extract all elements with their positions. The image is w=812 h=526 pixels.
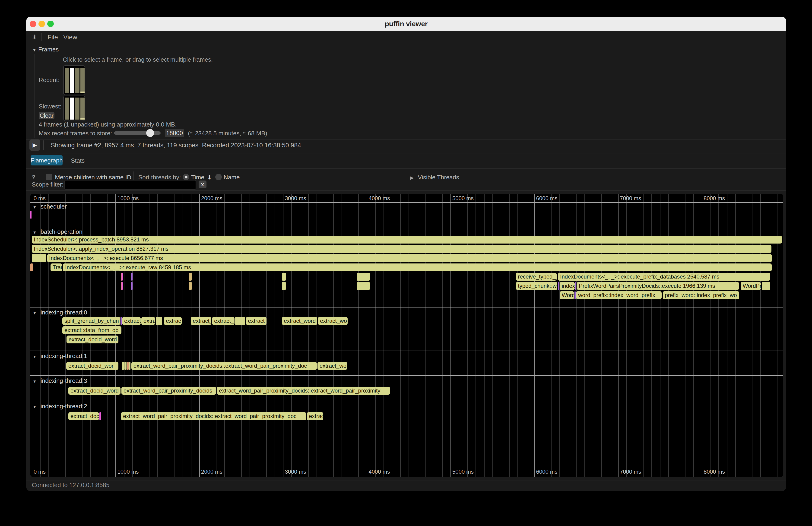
scope-bar[interactable]: IndexScheduler>::apply_index_operation 8… xyxy=(32,245,771,253)
help-button[interactable]: ? xyxy=(32,174,35,181)
thread-header-scheduler[interactable]: ▼ scheduler xyxy=(33,203,67,210)
scope-bar[interactable] xyxy=(127,362,129,370)
scope-bar[interactable]: extract_ xyxy=(212,317,234,325)
frame-bar[interactable] xyxy=(75,68,79,93)
scope-bar[interactable]: extract xyxy=(246,317,266,325)
frame-bar[interactable] xyxy=(81,68,85,93)
scope-bar[interactable]: extract_doc xyxy=(68,412,99,420)
scope-bar[interactable]: prefix_word::index_prefix_wo xyxy=(663,291,739,299)
scope-bar[interactable]: receive_typed_ xyxy=(516,273,556,281)
scope-filter-input[interactable] xyxy=(64,180,196,190)
max-frames-value[interactable]: 18000 xyxy=(165,129,184,137)
scope-bar[interactable]: extract xyxy=(122,317,141,325)
scope-bar[interactable]: IndexScheduler>::process_batch 8953.821 … xyxy=(32,236,782,244)
scope-bar[interactable]: IndexDocuments<_, _>::execute_raw 8459.1… xyxy=(63,263,772,271)
scope-bar[interactable]: WordPr xyxy=(741,282,761,290)
scope-bar[interactable] xyxy=(99,412,101,420)
scope-bar[interactable] xyxy=(125,362,127,370)
frame-bar[interactable] xyxy=(65,98,69,120)
flamegraph-canvas[interactable]: 0 ms0 ms1000 ms1000 ms2000 ms2000 ms3000… xyxy=(30,194,783,477)
frame-status: Showing frame #2, 8957.4 ms, 7 threads, … xyxy=(51,142,303,149)
merge-children-checkbox[interactable] xyxy=(46,174,53,180)
visible-threads-header[interactable]: Visible Threads xyxy=(418,174,459,181)
chevron-right-icon[interactable]: ▶ xyxy=(410,175,414,180)
play-button[interactable]: ▶ xyxy=(29,140,40,151)
scope-bar[interactable] xyxy=(189,273,192,281)
clear-frames-button[interactable]: Clear xyxy=(39,112,55,119)
app-window: puffin viewer ✳ File View ▼ Frames Click… xyxy=(26,17,786,491)
scope-bar[interactable] xyxy=(131,273,133,281)
frame-bar-selected[interactable] xyxy=(70,68,74,93)
sort-direction-icon[interactable]: ⬇ xyxy=(207,174,212,181)
recent-label: Recent: xyxy=(39,76,60,84)
theme-toggle-icon[interactable]: ✳ xyxy=(32,31,37,43)
scope-bar[interactable]: extract_wo xyxy=(318,317,348,325)
sort-time-radio[interactable] xyxy=(183,174,189,180)
scope-bar[interactable] xyxy=(122,362,124,370)
scope-bar[interactable] xyxy=(282,282,286,290)
scope-bar[interactable] xyxy=(189,282,192,290)
thread-header-indexing-thread:1[interactable]: ▼ indexing-thread:1 xyxy=(33,352,87,360)
scope-bar[interactable] xyxy=(762,282,770,290)
scope-bar[interactable] xyxy=(575,291,576,299)
scope-bar[interactable]: typed_chunk::w xyxy=(516,282,557,290)
scope-bar[interactable]: extrac xyxy=(164,317,182,325)
frames-section-header[interactable]: ▼ Frames xyxy=(32,46,59,53)
scope-bar[interactable]: Trans xyxy=(50,263,62,271)
scope-bar[interactable] xyxy=(30,263,33,271)
scope-bar[interactable] xyxy=(558,282,559,290)
scope-bar[interactable] xyxy=(235,317,245,325)
thread-header-indexing-thread:2[interactable]: ▼ indexing-thread:2 xyxy=(33,403,87,410)
scope-bar[interactable] xyxy=(575,282,576,290)
clear-filter-button[interactable]: x xyxy=(199,180,206,188)
scope-bar[interactable]: PrefixWordPairsProximityDocids::execute … xyxy=(577,282,739,290)
scope-bar[interactable] xyxy=(122,273,123,281)
scope-bar[interactable]: extract_docid_word xyxy=(67,336,118,344)
scope-bar[interactable] xyxy=(30,211,31,219)
menu-file[interactable]: File xyxy=(47,31,58,43)
scope-bar[interactable]: extrac xyxy=(307,412,323,420)
scope-bar[interactable]: extract_word_pair_proximity_docids::extr… xyxy=(121,412,306,420)
frame-bar[interactable] xyxy=(81,98,85,120)
scope-bar[interactable]: split_grenad_by_chun xyxy=(62,317,120,325)
scope-bar[interactable]: index xyxy=(560,282,575,290)
scope-bar[interactable] xyxy=(357,273,369,281)
scope-bar[interactable]: Word xyxy=(560,291,574,299)
frame-bar[interactable] xyxy=(75,98,79,120)
slowest-frames-thumbnail[interactable] xyxy=(63,96,85,121)
scope-bar[interactable]: IndexDocuments<_, _>::execute 8656.677 m… xyxy=(47,254,772,262)
scope-bar[interactable]: extract_docid_word xyxy=(68,387,120,395)
slider-knob[interactable] xyxy=(146,129,154,137)
scope-bar[interactable]: extract_word_pair_proximity_docids::extr… xyxy=(131,362,317,370)
scope-bar[interactable]: extract_word xyxy=(282,317,317,325)
scope-bar[interactable]: word_prefix::index_word_prefix_ xyxy=(576,291,662,299)
tick-label-top: 3000 ms xyxy=(285,195,306,202)
frame-bar[interactable] xyxy=(65,68,69,93)
scope-bar[interactable] xyxy=(129,362,130,370)
scope-bar[interactable] xyxy=(282,273,286,281)
scope-bar[interactable]: extract_word_pair_proximity_docids::extr… xyxy=(217,387,390,395)
tab-flamegraph[interactable]: Flamegraph xyxy=(31,155,62,165)
scope-bar[interactable]: extract::data_from_ob xyxy=(62,326,121,334)
scope-bar[interactable] xyxy=(120,317,122,325)
frame-bar-selected[interactable] xyxy=(70,98,74,120)
scope-bar[interactable]: extract_wo xyxy=(318,362,347,370)
menu-view[interactable]: View xyxy=(63,31,77,43)
scope-bar[interactable] xyxy=(131,282,133,290)
thread-header-batch-operation[interactable]: ▼ batch-operation xyxy=(33,228,83,235)
scope-bar[interactable]: IndexDocuments<_, _>::execute_prefix_dat… xyxy=(558,273,770,281)
scope-bar[interactable] xyxy=(32,254,46,262)
thread-header-indexing-thread:0[interactable]: ▼ indexing-thread:0 xyxy=(33,309,87,316)
recent-frames-thumbnail[interactable] xyxy=(63,65,85,95)
scope-bar[interactable] xyxy=(156,317,162,325)
scope-bar[interactable]: extra xyxy=(141,317,155,325)
thread-header-indexing-thread:3[interactable]: ▼ indexing-thread:3 xyxy=(33,377,87,384)
sort-name-radio[interactable] xyxy=(215,174,222,180)
scope-bar[interactable]: extract_ xyxy=(191,317,211,325)
scope-bar[interactable]: extract_word_pair_proximity_docids xyxy=(121,387,216,395)
scope-bar[interactable] xyxy=(357,282,369,290)
tab-stats[interactable]: Stats xyxy=(71,157,85,164)
scope-bar[interactable] xyxy=(122,282,123,290)
scope-bar[interactable]: extract_docid_wor xyxy=(66,362,118,370)
sort-name-label[interactable]: Name xyxy=(223,174,240,181)
